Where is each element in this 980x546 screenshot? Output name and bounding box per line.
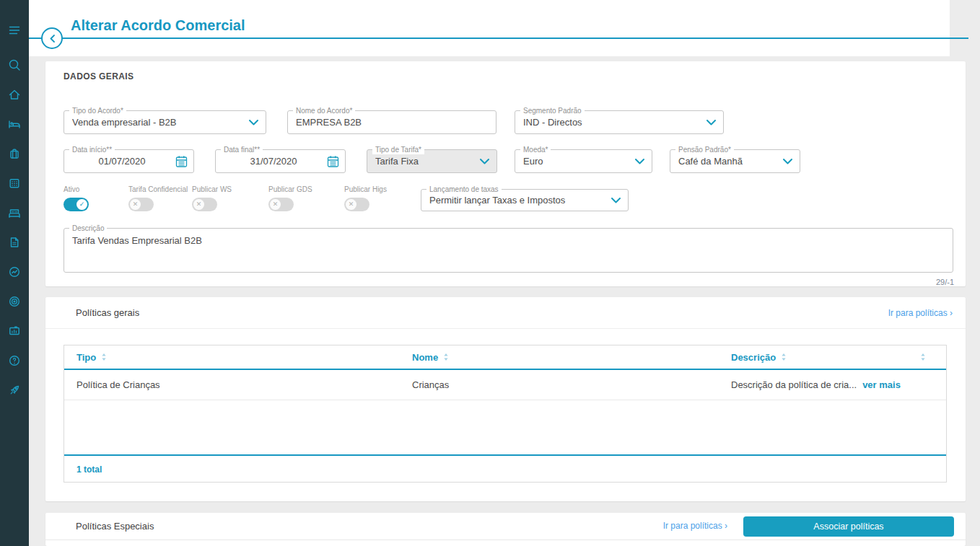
chevron-down-icon: [249, 120, 258, 126]
moeda-select[interactable]: Moeda* Euro: [515, 149, 652, 173]
column-header-tipo[interactable]: Tipo: [76, 352, 412, 363]
x-icon: ✕: [346, 199, 356, 210]
chevron-down-icon: [611, 198, 621, 203]
toggle-publicar-ws: Publicar WS ✕: [192, 185, 232, 211]
main-area: Alterar Acordo Comercial DADOS GERAIS Ti…: [29, 0, 980, 546]
table-empty-space: [64, 400, 946, 454]
field-value: Tarifa Fixa: [375, 150, 478, 172]
table-total: 1 total: [64, 454, 946, 482]
sort-icon: [443, 353, 449, 361]
divider: [45, 540, 966, 540]
column-header-actions[interactable]: [920, 353, 946, 361]
toggle-ativo: Ativo ✓: [64, 185, 89, 211]
sort-icon: [920, 353, 926, 361]
room-bed-icon[interactable]: [0, 110, 29, 138]
toggle-publicar-gds: Publicar GDS ✕: [268, 185, 312, 211]
table-header-row: Tipo Nome Descrição: [64, 345, 946, 370]
calendar-icon[interactable]: [327, 155, 339, 168]
char-counter: 29/-1: [936, 278, 954, 286]
toggle-switch-off[interactable]: ✕: [268, 198, 294, 211]
presentation-chart-icon[interactable]: [0, 317, 29, 345]
cell-descricao: Descrição da política de cria... ver mai…: [731, 379, 920, 390]
toggle-tarifa-confidencial: Tarifa Confidencial ✕: [128, 185, 188, 211]
descricao-textarea[interactable]: Descrição Tarifa Vendas Empresarial B2B: [64, 228, 953, 273]
panel-title-row: Políticas gerais Ir para políticas ›: [45, 297, 966, 329]
app-window: Alterar Acordo Comercial DADOS GERAIS Ti…: [0, 0, 980, 546]
politicas-table: Tipo Nome Descrição: [64, 345, 947, 483]
pensao-select[interactable]: Pensão Padrão* Café da Manhã: [670, 149, 800, 173]
ir-para-politicas-link[interactable]: Ir para políticas ›: [663, 513, 727, 540]
help-icon[interactable]: [0, 346, 29, 375]
lancamento-taxas-select[interactable]: Lançamento de taxas Permitir lançar Taxa…: [421, 189, 629, 211]
data-final-input[interactable]: Data final** 31/07/2020: [215, 149, 346, 173]
calendar-icon[interactable]: [175, 155, 188, 168]
toggle-label: Publicar WS: [192, 185, 232, 193]
column-header-nome[interactable]: Nome: [412, 352, 731, 363]
menu-icon[interactable]: [0, 16, 29, 45]
panel-title: Políticas gerais: [76, 297, 139, 329]
ver-mais-link[interactable]: ver mais: [862, 379, 901, 390]
chevron-down-icon: [783, 159, 792, 164]
x-icon: ✕: [193, 199, 204, 210]
toggle-switch-off[interactable]: ✕: [344, 198, 369, 211]
search-icon[interactable]: [0, 50, 29, 79]
nome-acordo-input[interactable]: Nome do Acordo* EMPRESA B2B: [287, 110, 496, 134]
tipo-acordo-select[interactable]: Tipo do Acordo* Venda empresarial - B2B: [64, 110, 266, 134]
field-value: Café da Manhã: [678, 150, 781, 172]
toggle-label: Publicar Higs: [344, 185, 387, 193]
document-icon[interactable]: [0, 228, 29, 257]
cell-nome: Crianças: [412, 379, 731, 390]
segmento-select[interactable]: Segmento Padrão IND - Directos: [515, 110, 724, 134]
field-value: Tarifa Vendas Empresarial B2B: [72, 235, 202, 246]
chevron-down-icon: [635, 159, 644, 164]
target-icon[interactable]: [0, 287, 29, 316]
data-inicio-input[interactable]: Data início** 01/07/2020: [64, 149, 194, 173]
x-icon: ✕: [270, 199, 281, 210]
keypad-icon[interactable]: [0, 169, 29, 198]
sidebar: [0, 0, 29, 546]
sort-icon: [781, 353, 787, 361]
politicas-especiais-card: Políticas Especiais Ir para políticas › …: [45, 513, 966, 546]
double-bed-icon[interactable]: [0, 198, 29, 227]
toggle-publicar-higs: Publicar Higs ✕: [344, 185, 387, 211]
field-label: Descrição: [69, 224, 107, 233]
toggle-switch-off[interactable]: ✕: [192, 198, 217, 211]
field-value: 01/07/2020: [72, 150, 172, 172]
associar-politicas-button[interactable]: Associar políticas: [743, 516, 954, 537]
suitcase-icon[interactable]: [0, 139, 29, 168]
home-icon[interactable]: [0, 80, 29, 109]
field-value: Euro: [523, 150, 633, 172]
sort-icon: [101, 353, 107, 361]
header-divider: [29, 38, 968, 39]
back-button[interactable]: [41, 27, 63, 49]
trend-gauge-icon[interactable]: [0, 257, 29, 286]
toggle-switch-on[interactable]: ✓: [64, 198, 89, 211]
column-header-descricao[interactable]: Descrição: [731, 352, 920, 363]
toggle-label: Tarifa Confidencial: [128, 185, 188, 193]
toggle-label: Ativo: [64, 185, 89, 193]
field-value: Permitir lançar Taxas e Impostos: [429, 190, 609, 211]
section-title: DADOS GERAIS: [64, 71, 134, 82]
toggle-switch-off[interactable]: ✕: [128, 198, 154, 211]
table-row: Política de Crianças Crianças Descrição …: [64, 370, 946, 400]
chevron-down-icon: [480, 159, 489, 164]
field-value: 31/07/2020: [224, 150, 323, 172]
rocket-icon[interactable]: [0, 376, 29, 405]
tipo-tarifa-select: Tipo de Tarifa* Tarifa Fixa: [367, 149, 497, 173]
ir-para-politicas-link[interactable]: Ir para políticas ›: [888, 297, 953, 329]
check-icon: ✓: [76, 199, 87, 210]
chevron-down-icon: [706, 120, 716, 126]
cell-tipo: Política de Crianças: [76, 379, 412, 390]
field-value: IND - Directos: [523, 111, 704, 133]
field-value: EMPRESA B2B: [296, 111, 477, 133]
politicas-gerais-card: Políticas gerais Ir para políticas › Tip…: [45, 297, 966, 501]
toggle-label: Publicar GDS: [268, 185, 312, 193]
panel-title: Políticas Especiais: [76, 513, 154, 540]
page-title: Alterar Acordo Comercial: [71, 17, 245, 34]
field-value: Venda empresarial - B2B: [72, 111, 247, 133]
x-icon: ✕: [130, 199, 141, 210]
chevron-left-icon: [49, 35, 56, 43]
dados-gerais-card: DADOS GERAIS Tipo do Acordo* Venda empre…: [45, 61, 966, 286]
